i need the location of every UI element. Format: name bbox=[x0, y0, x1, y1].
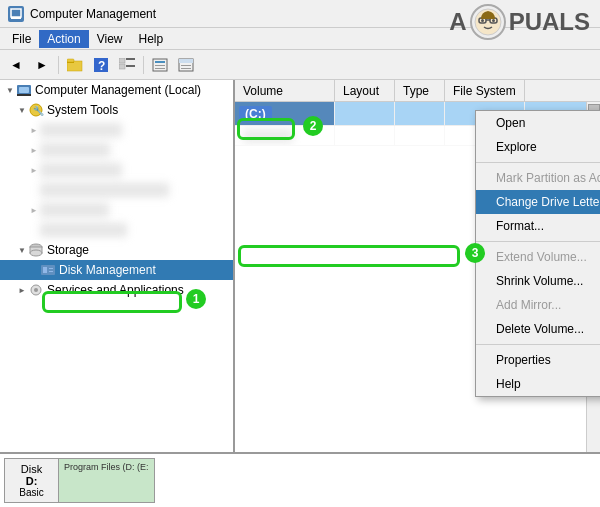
svg-rect-20 bbox=[19, 87, 29, 93]
cell-lay-2 bbox=[335, 126, 395, 145]
tree-services[interactable]: ► Services and Applications bbox=[0, 280, 233, 300]
forward-button[interactable]: ► bbox=[30, 54, 54, 76]
appuals-text: PUALS bbox=[509, 8, 590, 36]
ctx-extend: Extend Volume... bbox=[476, 245, 600, 269]
svg-rect-14 bbox=[155, 68, 165, 69]
ctx-add-mirror: Add Mirror... bbox=[476, 293, 600, 317]
tree-item-5[interactable]: ► Performance bbox=[0, 200, 233, 220]
item5-label: Performance bbox=[40, 203, 109, 217]
ctx-explore[interactable]: Explore bbox=[476, 135, 600, 159]
svg-rect-13 bbox=[155, 65, 165, 66]
ctx-sep3 bbox=[476, 344, 600, 345]
root-icon bbox=[16, 82, 32, 98]
disk-partition-system[interactable]: Program Files (D: (E: bbox=[59, 458, 155, 503]
system-tools-label: System Tools bbox=[47, 103, 118, 117]
toolbar-sep2 bbox=[143, 56, 144, 74]
svg-rect-0 bbox=[11, 9, 21, 17]
ctx-format[interactable]: Format... bbox=[476, 214, 600, 238]
svg-rect-8 bbox=[126, 58, 135, 60]
ctx-sep2 bbox=[476, 241, 600, 242]
col-header-volume[interactable]: Volume bbox=[235, 80, 335, 101]
tree-item-6[interactable]: Device Manager bbox=[0, 220, 233, 240]
tree-item-4[interactable]: Local Users and Groups bbox=[0, 180, 233, 200]
svg-point-32 bbox=[34, 288, 38, 292]
item6-label: Device Manager bbox=[40, 223, 127, 237]
table-header: Volume Layout Type File System bbox=[235, 80, 600, 102]
tree-item-2[interactable]: ► Event Viewer bbox=[0, 140, 233, 160]
cell-vol-2: Volume 2 bbox=[235, 126, 335, 145]
item4-label: Local Users and Groups bbox=[40, 183, 169, 197]
item2-label: Event Viewer bbox=[40, 143, 110, 157]
storage-arrow: ▼ bbox=[16, 244, 28, 256]
menu-help[interactable]: Help bbox=[131, 30, 172, 48]
menu-view[interactable]: View bbox=[89, 30, 131, 48]
system-tools-icon: 🔧 bbox=[28, 102, 44, 118]
root-arrow: ▼ bbox=[4, 84, 16, 96]
ctx-delete[interactable]: Delete Volume... bbox=[476, 317, 600, 341]
item2-arrow: ► bbox=[28, 144, 40, 156]
services-arrow: ► bbox=[16, 284, 28, 296]
storage-label: Storage bbox=[47, 243, 89, 257]
folder-button[interactable] bbox=[63, 54, 87, 76]
cell-type-c bbox=[395, 102, 445, 125]
col-header-layout[interactable]: Layout bbox=[335, 80, 395, 101]
ctx-change-letter[interactable]: Change Drive Letter and Paths... bbox=[476, 190, 600, 214]
tree-panel: ▼ Computer Management (Local) ▼ 🔧 System… bbox=[0, 80, 235, 507]
svg-rect-10 bbox=[126, 65, 135, 67]
ctx-sep1 bbox=[476, 162, 600, 163]
svg-rect-18 bbox=[181, 68, 191, 69]
svg-rect-30 bbox=[49, 271, 53, 272]
svg-rect-12 bbox=[155, 61, 165, 63]
item3-label: Shared Folders bbox=[40, 163, 122, 177]
tree-storage[interactable]: ▼ Storage bbox=[0, 240, 233, 260]
manage-button[interactable] bbox=[148, 54, 172, 76]
svg-rect-17 bbox=[181, 65, 191, 66]
appuals-face-icon bbox=[470, 4, 506, 40]
tree-item-1[interactable]: ► Task Scheduler bbox=[0, 120, 233, 140]
bottom-disk-bar: Disk D: Basic Program Files (D: (E: bbox=[0, 452, 600, 507]
root-label: Computer Management (Local) bbox=[35, 83, 201, 97]
col-header-type[interactable]: Type bbox=[395, 80, 445, 101]
ctx-properties[interactable]: Properties bbox=[476, 348, 600, 372]
toolbar-sep1 bbox=[58, 56, 59, 74]
item6-arrow bbox=[28, 224, 40, 236]
tree-system-tools[interactable]: ▼ 🔧 System Tools bbox=[0, 100, 233, 120]
ctx-open[interactable]: Open bbox=[476, 111, 600, 135]
svg-rect-28 bbox=[43, 267, 47, 273]
item4-arrow bbox=[28, 184, 40, 196]
col-header-fs[interactable]: File System bbox=[445, 80, 525, 101]
system-tools-arrow: ▼ bbox=[16, 104, 28, 116]
svg-rect-21 bbox=[17, 94, 31, 96]
ctx-mark-active: Mark Partition as Active bbox=[476, 166, 600, 190]
disk-entry: Disk D: Basic Program Files (D: (E: bbox=[4, 458, 155, 503]
svg-text:🔧: 🔧 bbox=[33, 105, 44, 117]
item1-label: Task Scheduler bbox=[40, 123, 122, 137]
svg-text:?: ? bbox=[98, 59, 105, 73]
view-button1[interactable] bbox=[115, 54, 139, 76]
svg-rect-1 bbox=[11, 17, 21, 19]
tree-disk-management[interactable]: Disk Management bbox=[0, 260, 233, 280]
disk-mgmt-label: Disk Management bbox=[59, 263, 156, 277]
tree-item-3[interactable]: ► Shared Folders bbox=[0, 160, 233, 180]
appuals-logo: A PUALS bbox=[449, 4, 590, 40]
item1-arrow: ► bbox=[28, 124, 40, 136]
title-bar-icon bbox=[8, 6, 24, 22]
tree-root[interactable]: ▼ Computer Management (Local) bbox=[0, 80, 233, 100]
svg-rect-9 bbox=[119, 64, 125, 69]
svg-rect-16 bbox=[179, 59, 193, 63]
item5-arrow: ► bbox=[28, 204, 40, 216]
appuals-letter-a: A bbox=[449, 8, 466, 36]
ctx-shrink[interactable]: Shrink Volume... bbox=[476, 269, 600, 293]
help-button[interactable]: ? bbox=[89, 54, 113, 76]
back-button[interactable]: ◄ bbox=[4, 54, 28, 76]
menu-file[interactable]: File bbox=[4, 30, 39, 48]
menu-action[interactable]: Action bbox=[39, 30, 88, 48]
disk-mgmt-arrow bbox=[28, 264, 40, 276]
svg-point-26 bbox=[30, 250, 42, 256]
cell-volume-c: (C:) bbox=[235, 102, 335, 125]
main-area: ▼ Computer Management (Local) ▼ 🔧 System… bbox=[0, 80, 600, 507]
ctx-help[interactable]: Help bbox=[476, 372, 600, 396]
disk-num: D: bbox=[26, 475, 38, 487]
extra-button[interactable] bbox=[174, 54, 198, 76]
right-panel: Volume Layout Type File System (C:) Volu… bbox=[235, 80, 600, 507]
